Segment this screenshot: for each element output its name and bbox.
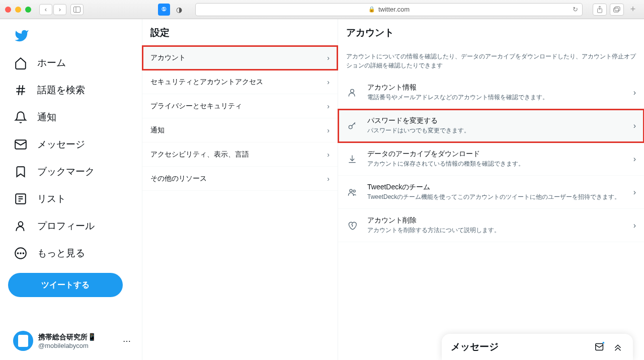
settings-item-privacy[interactable]: プライバシーとセキュリティ › <box>142 94 338 118</box>
minimize-window[interactable] <box>15 7 21 13</box>
svg-rect-5 <box>615 7 620 11</box>
detail-item-download-archive[interactable]: データのアーカイブをダウンロード アカウントに保存されている情報の種類を確認でき… <box>338 142 644 176</box>
nav-profile[interactable]: プロフィール <box>8 213 136 239</box>
new-tab-button[interactable]: + <box>627 4 639 16</box>
profile-menu[interactable]: 携帯総合研究所📱 @mobilelabycom ⋯ <box>8 327 136 355</box>
svg-point-19 <box>23 253 24 254</box>
chevron-right-icon: › <box>327 54 330 62</box>
detail-column: アカウント アカウントについての情報を確認したり、データのアーカイブをダウンロー… <box>338 19 644 360</box>
chevron-right-icon: › <box>633 88 636 97</box>
detail-title: データのアーカイブをダウンロード <box>367 150 624 159</box>
privacy-shield-icon[interactable]: ◑ <box>173 4 185 16</box>
list-icon <box>14 192 27 205</box>
settings-item-label: アクセシビリティ、表示、言語 <box>150 150 249 159</box>
key-icon <box>346 120 358 132</box>
new-message-icon[interactable] <box>594 341 606 353</box>
nav-lists[interactable]: リスト <box>8 186 136 211</box>
download-icon <box>346 153 358 165</box>
settings-header: 設定 <box>142 19 338 46</box>
twitter-app: ホーム 話題を検索 通知 メッセージ ブックマーク リスト <box>0 19 644 360</box>
twitter-logo[interactable] <box>14 28 29 43</box>
detail-item-account-info[interactable]: アカウント情報 電話番号やメールアドレスなどのアカウント情報を確認できます。 › <box>338 76 644 109</box>
detail-item-deactivate[interactable]: アカウント削除 アカウントを削除する方法について説明します。 › <box>338 209 644 242</box>
detail-title: パスワードを変更する <box>367 116 624 125</box>
bookmark-icon <box>14 165 27 178</box>
expand-up-icon[interactable] <box>612 341 624 353</box>
nav-label: 話題を検索 <box>37 84 85 97</box>
extension-icons: ① ◑ <box>158 4 185 16</box>
svg-point-23 <box>353 190 355 192</box>
nav-notifications[interactable]: 通知 <box>8 105 136 130</box>
detail-sub: 電話番号やメールアドレスなどのアカウント情報を確認できます。 <box>367 93 624 102</box>
nav-explore[interactable]: 話題を検索 <box>8 78 136 103</box>
nav-messages[interactable]: メッセージ <box>8 132 136 157</box>
home-icon <box>14 56 27 69</box>
settings-item-account[interactable]: アカウント › <box>142 46 338 70</box>
reload-icon[interactable]: ↻ <box>573 6 578 13</box>
chevron-right-icon: › <box>327 102 330 110</box>
detail-description: アカウントについての情報を確認したり、データのアーカイブをダウンロードしたり、ア… <box>338 46 644 76</box>
svg-line-9 <box>22 85 23 95</box>
settings-column: 設定 アカウント › セキュリティとアカウントアクセス › プライバシーとセキュ… <box>142 19 338 360</box>
back-button[interactable]: ‹ <box>39 4 52 15</box>
maximize-window[interactable] <box>25 7 31 13</box>
forward-button[interactable]: › <box>53 4 66 15</box>
nav-label: リスト <box>37 192 66 205</box>
nav-label: プロフィール <box>37 220 95 233</box>
close-window[interactable] <box>5 7 11 13</box>
nav-label: ブックマーク <box>37 165 95 178</box>
nav-label: ホーム <box>37 56 66 69</box>
nav-label: メッセージ <box>37 138 85 151</box>
svg-point-20 <box>351 89 354 93</box>
chevron-right-icon: › <box>327 78 330 86</box>
user-icon <box>14 220 27 233</box>
users-icon <box>346 186 358 198</box>
svg-point-21 <box>349 125 352 129</box>
user-icon <box>346 87 358 99</box>
svg-rect-24 <box>596 344 603 350</box>
lock-icon: 🔒 <box>368 6 375 13</box>
settings-item-label: その他のリソース <box>150 174 207 183</box>
nav-home[interactable]: ホーム <box>8 50 136 76</box>
chevron-right-icon: › <box>633 221 636 230</box>
hash-icon <box>14 84 27 97</box>
detail-sub: TweetDeckのチーム機能を使ってこのアカウントのツイートに他のユーザーを招… <box>367 193 624 201</box>
detail-title: アカウント情報 <box>367 83 624 92</box>
chevron-right-icon: › <box>327 151 330 159</box>
settings-item-label: プライバシーとセキュリティ <box>150 102 242 111</box>
settings-item-accessibility[interactable]: アクセシビリティ、表示、言語 › <box>142 142 338 167</box>
detail-header: アカウント <box>338 19 644 46</box>
more-circle-icon <box>14 247 27 260</box>
tweet-button[interactable]: ツイートする <box>8 273 123 297</box>
url-bar[interactable]: 🔒 twitter.com ↻ <box>195 3 583 16</box>
settings-item-notifications[interactable]: 通知 › <box>142 118 338 142</box>
detail-title: アカウント削除 <box>367 216 624 225</box>
nav-more[interactable]: もっと見る <box>8 241 136 266</box>
onepassword-icon[interactable]: ① <box>158 4 170 16</box>
settings-item-resources[interactable]: その他のリソース › <box>142 167 338 191</box>
nav-label: もっと見る <box>37 247 85 260</box>
sidebar-toggle[interactable] <box>70 4 84 15</box>
profile-handle: @mobilelabycom <box>38 342 118 349</box>
share-button[interactable] <box>593 4 607 16</box>
settings-item-security[interactable]: セキュリティとアカウントアクセス › <box>142 70 338 94</box>
nav-label: 通知 <box>37 111 56 124</box>
detail-item-change-password[interactable]: パスワードを変更する パスワードはいつでも変更できます。 › <box>338 109 644 142</box>
bell-icon <box>14 111 27 124</box>
settings-item-label: セキュリティとアカウントアクセス <box>150 78 263 87</box>
detail-sub: アカウントに保存されている情報の種類を確認できます。 <box>367 160 624 168</box>
chevron-right-icon: › <box>327 126 330 134</box>
chevron-right-icon: › <box>633 188 636 197</box>
message-dock[interactable]: メッセージ <box>442 334 633 360</box>
nav-bookmarks[interactable]: ブックマーク <box>8 159 136 184</box>
svg-point-18 <box>20 253 21 254</box>
nav-buttons: ‹ › <box>39 4 84 15</box>
tabs-button[interactable] <box>610 4 624 16</box>
detail-item-tweetdeck-teams[interactable]: TweetDeckのチーム TweetDeckのチーム機能を使ってこのアカウント… <box>338 176 644 209</box>
chevron-right-icon: › <box>327 175 330 183</box>
detail-sub: パスワードはいつでも変更できます。 <box>367 126 624 135</box>
profile-name: 携帯総合研究所📱 <box>38 333 118 342</box>
more-icon: ⋯ <box>123 336 131 346</box>
url-text: twitter.com <box>378 6 410 13</box>
mail-icon <box>14 138 27 151</box>
